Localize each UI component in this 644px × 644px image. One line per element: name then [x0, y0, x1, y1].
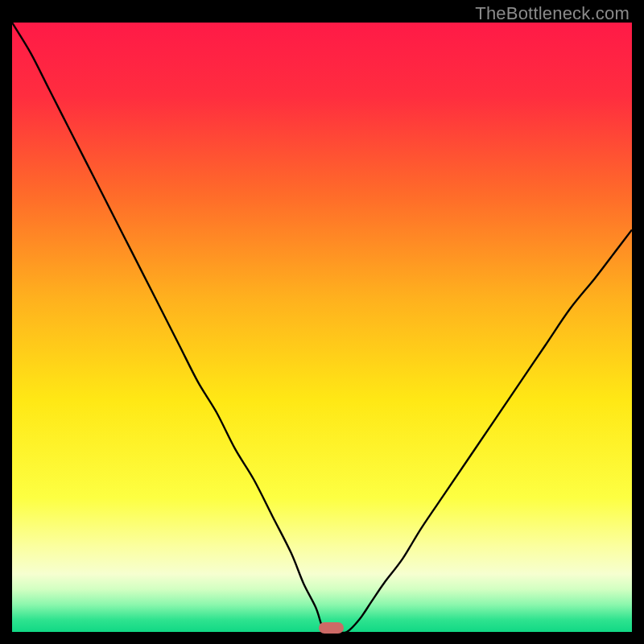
plot-area — [12, 23, 632, 632]
gradient-background — [12, 23, 632, 632]
watermark-text: TheBottleneck.com — [475, 3, 630, 24]
optimal-marker — [319, 622, 344, 634]
chart-frame: TheBottleneck.com — [0, 0, 644, 644]
bottleneck-chart — [12, 23, 632, 632]
